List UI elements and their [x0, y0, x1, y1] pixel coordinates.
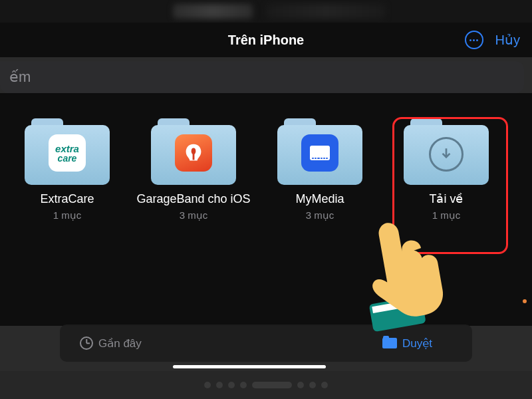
search-placeholder-fragment: ếm — [9, 68, 31, 86]
folder-subtitle: 3 mục — [257, 209, 383, 221]
folder-icon — [151, 118, 236, 185]
tab-recent[interactable]: Gần đây — [80, 336, 142, 350]
folder-subtitle: 1 mục — [4, 209, 130, 221]
folder-item-garageband[interactable]: GarageBand cho iOS 3 mục — [130, 118, 257, 221]
mymedia-app-icon — [301, 134, 338, 172]
folder-icon — [382, 338, 397, 348]
svg-rect-1 — [193, 153, 195, 160]
folder-subtitle: 1 mục — [383, 209, 509, 221]
download-icon — [429, 137, 464, 172]
footer-blurred — [0, 371, 532, 399]
home-indicator[interactable] — [173, 365, 326, 368]
folder-item-extracare[interactable]: extracare ExtraCare 1 mục — [4, 118, 130, 221]
extracare-app-icon: extracare — [49, 134, 86, 172]
folder-item-mymedia[interactable]: MyMedia 3 mục — [257, 118, 383, 221]
tab-browse-label: Duyệt — [402, 336, 432, 350]
screen: Trên iPhone Hủy ếm extracare — [0, 0, 532, 399]
folder-label: Tải về — [383, 192, 509, 207]
folder-label: GarageBand cho iOS — [130, 192, 257, 207]
folder-label: MyMedia — [257, 192, 383, 207]
folder-item-downloads[interactable]: Tải về 1 mục — [383, 118, 509, 221]
search-input[interactable]: ếm — [0, 61, 524, 93]
garageband-app-icon — [175, 134, 212, 172]
tab-recent-label: Gần đây — [98, 336, 142, 350]
ellipsis-icon — [469, 39, 478, 41]
bottom-tab-bar: Gần đây Duyệt — [60, 325, 472, 362]
clock-icon — [80, 336, 93, 350]
folder-icon — [277, 118, 362, 185]
cancel-button[interactable]: Hủy — [495, 32, 520, 48]
more-options-button[interactable] — [465, 31, 483, 49]
tab-browse[interactable]: Duyệt — [382, 336, 432, 350]
folder-label: ExtraCare — [4, 192, 130, 207]
scroll-indicator-dot — [523, 299, 527, 303]
status-bar-blurred — [0, 0, 532, 23]
nav-header: Trên iPhone Hủy — [0, 23, 532, 57]
folder-subtitle: 3 mục — [130, 209, 257, 221]
folder-icon — [404, 118, 489, 185]
folder-grid: extracare ExtraCare 1 mục GarageBand cho… — [0, 93, 532, 326]
page-title: Trên iPhone — [228, 33, 304, 48]
folder-icon: extracare — [25, 118, 110, 185]
